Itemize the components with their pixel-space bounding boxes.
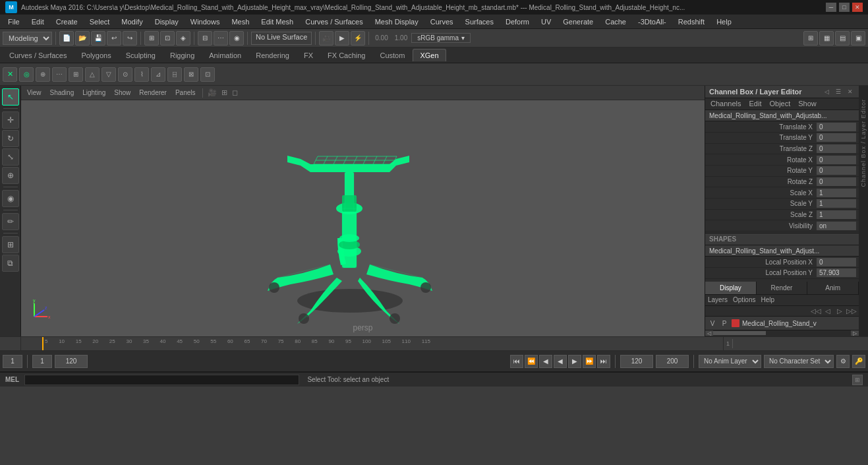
pb-play-back[interactable]: ◀ — [539, 355, 552, 368]
vp-wireframe-icon[interactable]: ◻ — [231, 88, 239, 97]
canvas-area[interactable]: persp x y z — [21, 100, 705, 336]
save-scene-btn[interactable]: 💾 — [91, 31, 105, 46]
shelf-icon-13[interactable]: ⊡ — [200, 67, 215, 82]
shelf-icon-4[interactable]: ⋯ — [52, 67, 67, 82]
new-scene-btn[interactable]: 📄 — [59, 31, 74, 46]
menu-edit[interactable]: Edit — [26, 16, 49, 27]
pb-play-fwd[interactable]: ▶ — [568, 355, 581, 368]
menu-generate[interactable]: Generate — [558, 16, 598, 27]
tab-custom[interactable]: Custom — [374, 49, 412, 61]
tab-sculpting[interactable]: Sculpting — [119, 49, 162, 61]
shelf-icon-9[interactable]: ⌇ — [134, 67, 149, 82]
pb-step-fwd[interactable]: ⏩ — [583, 355, 596, 368]
vp-renderer-menu[interactable]: Renderer — [136, 88, 170, 97]
paint-tool[interactable]: ✏ — [2, 213, 19, 230]
timeline[interactable]: 5 10 15 20 25 30 35 40 45 50 55 60 65 70… — [0, 336, 868, 351]
current-frame-input[interactable] — [3, 355, 22, 368]
layer-scroll-track[interactable] — [713, 331, 851, 335]
scale-tool[interactable]: ⤡ — [2, 148, 19, 166]
minimize-button[interactable]: ─ — [826, 3, 836, 12]
character-set-selector[interactable]: No Character Set — [764, 355, 834, 368]
soft-select-tool[interactable]: ◉ — [2, 190, 19, 207]
maximize-button[interactable]: □ — [839, 3, 850, 12]
layer-scroll[interactable]: ◁ ▷ — [705, 330, 859, 336]
pb-stop[interactable]: ◀ — [554, 355, 567, 368]
tab-fx-caching[interactable]: FX Caching — [321, 49, 372, 61]
cb-icon-2[interactable]: ☰ — [834, 87, 843, 96]
shelf-icon-11[interactable]: ⌸ — [167, 67, 182, 82]
cb-tab-edit[interactable]: Edit — [746, 98, 764, 109]
universal-manip[interactable]: ⊕ — [2, 167, 19, 184]
menu-3dto[interactable]: -3DtoAll- — [633, 16, 672, 27]
layer-v-label[interactable]: V — [708, 320, 717, 327]
menu-edit-mesh[interactable]: Edit Mesh — [256, 16, 299, 27]
attribute-editor-strip[interactable]: Channel Box / Layer Editor — [859, 86, 868, 336]
menu-cache[interactable]: Cache — [600, 16, 631, 27]
layer-icon-4[interactable]: ▷▷ — [847, 307, 856, 316]
shelf-icon-3[interactable]: ⊕ — [36, 67, 50, 82]
snap-curve-btn[interactable]: ⋯ — [214, 31, 228, 46]
layer-tool[interactable]: ⧉ — [2, 255, 19, 272]
color-space-selector[interactable]: sRGB gamma ▾ — [411, 33, 471, 43]
viewport[interactable]: View Shading Lighting Show Renderer Pane… — [21, 86, 705, 336]
menu-select[interactable]: Select — [84, 16, 115, 27]
shelf-icon-12[interactable]: ⊠ — [184, 67, 198, 82]
anim-key-btn[interactable]: 🔑 — [852, 355, 865, 368]
move-tool[interactable]: ✛ — [2, 111, 19, 129]
layout-btn-2[interactable]: ▦ — [819, 31, 834, 46]
layer-scroll-thumb[interactable] — [713, 331, 766, 335]
timeline-ruler[interactable]: 5 10 15 20 25 30 35 40 45 50 55 60 65 70… — [42, 337, 578, 350]
vp-camera-icon[interactable]: 🎥 — [206, 88, 218, 97]
layer-menu-help[interactable]: Help — [761, 296, 774, 303]
vp-grid-icon[interactable]: ⊞ — [220, 88, 229, 97]
menu-mesh-tools[interactable]: Curves / Surfaces — [300, 16, 368, 27]
menu-create[interactable]: Create — [51, 16, 83, 27]
select-by-hierarchy[interactable]: ⊞ — [144, 31, 159, 46]
open-scene-btn[interactable]: 📂 — [75, 31, 90, 46]
shelf-icon-6[interactable]: △ — [85, 67, 100, 82]
layout-btn-1[interactable]: ⊞ — [803, 31, 818, 46]
snap-point-btn[interactable]: ◉ — [229, 31, 244, 46]
range-start-input[interactable] — [32, 355, 52, 368]
show-hide-btn[interactable]: ⊞ — [2, 236, 19, 253]
layout-btn-4[interactable]: ▣ — [851, 31, 865, 46]
pb-go-start[interactable]: ⏮ — [510, 355, 523, 368]
rotate-tool[interactable]: ↻ — [2, 130, 19, 147]
layout-btn-3[interactable]: ▤ — [835, 31, 850, 46]
layer-scroll-right[interactable]: ▷ — [851, 330, 859, 336]
range-end-input[interactable] — [55, 355, 88, 368]
tab-xgen[interactable]: XGen — [413, 49, 446, 61]
redo-btn[interactable]: ↪ — [123, 31, 137, 46]
menu-windows[interactable]: Windows — [185, 16, 225, 27]
layer-p-label[interactable]: P — [720, 320, 729, 327]
status-icon[interactable]: ⊞ — [852, 375, 863, 385]
select-object-btn[interactable]: ⊡ — [160, 31, 175, 46]
layer-icon-1[interactable]: ◁◁ — [811, 307, 821, 316]
tab-polygons[interactable]: Polygons — [74, 49, 117, 61]
menu-mesh-display[interactable]: Mesh Display — [370, 16, 424, 27]
mel-input[interactable] — [24, 375, 299, 385]
shelf-icon-10[interactable]: ⊿ — [151, 67, 165, 82]
vp-lighting-menu[interactable]: Lighting — [79, 88, 109, 97]
shelf-icon-2[interactable]: ◎ — [19, 67, 34, 82]
ipr-btn[interactable]: ⚡ — [351, 31, 365, 46]
vp-shading-menu[interactable]: Shading — [47, 88, 78, 97]
cb-tab-show[interactable]: Show — [796, 98, 819, 109]
menu-file[interactable]: File — [3, 16, 25, 27]
tab-fx[interactable]: FX — [297, 49, 320, 61]
cb-icon-3[interactable]: ✕ — [846, 87, 855, 96]
select-component-btn[interactable]: ◈ — [176, 31, 190, 46]
frame-range-end[interactable] — [656, 355, 689, 368]
render-btn[interactable]: ▶ — [335, 31, 349, 46]
layer-icon-2[interactable]: ◁ — [823, 307, 832, 316]
menu-deform[interactable]: Deform — [500, 16, 535, 27]
pb-go-end[interactable]: ⏭ — [597, 355, 610, 368]
layer-color-swatch[interactable] — [732, 319, 739, 327]
tab-rendering[interactable]: Rendering — [249, 49, 296, 61]
camera-btn[interactable]: 🎥 — [319, 31, 333, 46]
frame-range-start[interactable] — [620, 355, 653, 368]
layer-scroll-left[interactable]: ◁ — [705, 330, 713, 336]
cb-tab-object[interactable]: Object — [767, 98, 793, 109]
menu-modify[interactable]: Modify — [116, 16, 148, 27]
layer-tab-render[interactable]: Render — [757, 282, 808, 294]
